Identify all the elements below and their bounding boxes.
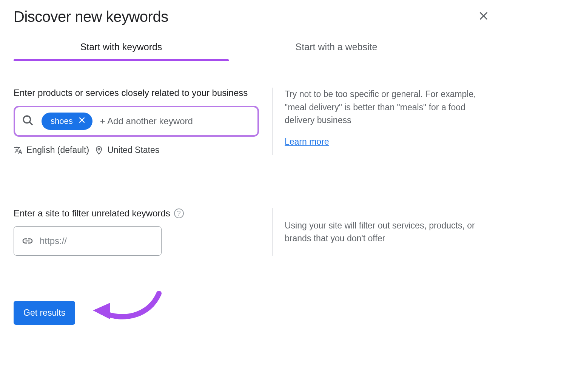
site-field-label: Enter a site to filter unrelated keyword… <box>14 208 170 219</box>
keywords-hint-text: Try not to be too specific or general. F… <box>285 88 484 127</box>
location-pin-icon <box>94 146 103 155</box>
location-selector[interactable]: United States <box>94 145 159 155</box>
close-button[interactable] <box>475 8 492 26</box>
site-hint-text: Using your site will filter out services… <box>285 219 484 245</box>
page-title: Discover new keywords <box>14 8 168 25</box>
keyword-chip: shoes <box>42 113 92 130</box>
get-results-button[interactable]: Get results <box>14 301 75 325</box>
close-icon <box>478 11 489 21</box>
tabs: Start with keywords Start with a website <box>14 36 485 61</box>
annotation-arrow <box>89 290 165 331</box>
svg-point-2 <box>23 116 31 123</box>
close-icon <box>78 116 86 124</box>
site-input-container[interactable]: https:// <box>14 226 162 256</box>
language-selector[interactable]: English (default) <box>14 145 89 155</box>
search-icon <box>22 114 34 128</box>
keywords-field-label: Enter products or services closely relat… <box>14 88 261 98</box>
keyword-input-container[interactable]: shoes + Add another keyword <box>14 106 259 137</box>
add-keyword-input[interactable]: + Add another keyword <box>100 116 251 127</box>
tab-start-with-website[interactable]: Start with a website <box>229 36 444 61</box>
learn-more-link[interactable]: Learn more <box>285 137 329 147</box>
link-icon <box>22 235 34 247</box>
site-input-placeholder: https:// <box>40 236 67 246</box>
remove-keyword-button[interactable] <box>78 116 86 126</box>
tab-start-with-keywords[interactable]: Start with keywords <box>14 36 229 61</box>
svg-marker-7 <box>93 303 110 319</box>
location-label: United States <box>107 145 159 155</box>
language-label: English (default) <box>26 145 89 155</box>
svg-line-3 <box>29 122 32 125</box>
svg-point-6 <box>98 148 100 150</box>
help-icon[interactable]: ? <box>174 208 184 218</box>
translate-icon <box>14 146 23 155</box>
keyword-chip-label: shoes <box>51 116 73 126</box>
